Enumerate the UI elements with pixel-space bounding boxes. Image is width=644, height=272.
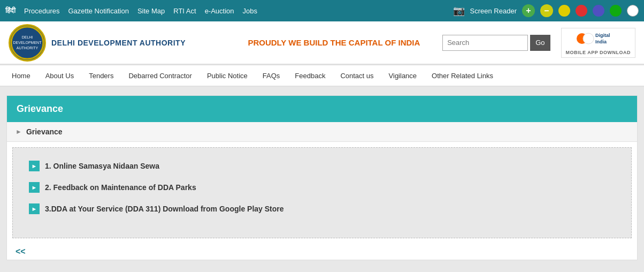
grievance-subheader: ► Grievance xyxy=(7,122,637,142)
digital-india-widget[interactable]: Digital India MOBILE APP DOWNLOAD xyxy=(561,28,636,58)
search-area: Go xyxy=(442,35,550,51)
nav-tenders[interactable]: Tenders xyxy=(82,64,120,87)
digital-india-logo: Digital India xyxy=(566,31,631,50)
nav-contact-us[interactable]: Contact us xyxy=(334,64,380,87)
svg-text:DEVELOPMENT: DEVELOPMENT xyxy=(13,41,42,44)
back-button[interactable]: << xyxy=(16,247,26,256)
rti-link[interactable]: RTI Act xyxy=(173,7,196,15)
nav-public-notice[interactable]: Public Notice xyxy=(201,64,254,87)
contrast-red-button[interactable] xyxy=(576,5,587,17)
contrast-green-button[interactable] xyxy=(610,5,622,17)
svg-point-5 xyxy=(583,33,594,44)
list-item: ► 1. Online Samasya Nidaan Sewa xyxy=(29,161,615,171)
contrast-yellow-button[interactable] xyxy=(558,5,570,17)
hindi-link[interactable]: हिंदी xyxy=(5,6,16,15)
page-wrapper: हिंदी Procedures Gazette Notification Si… xyxy=(0,0,644,272)
nav-debarred-contractor[interactable]: Debarred Contractor xyxy=(122,64,198,87)
jobs-link[interactable]: Jobs xyxy=(243,7,257,15)
contrast-white-button[interactable] xyxy=(627,5,639,17)
screen-reader-label: Screen Reader xyxy=(470,7,517,15)
org-name: DELHI DEVELOPMENT AUTHORITY xyxy=(51,39,186,47)
header: DELHI DEVELOPMENT AUTHORITY DELHI DEVELO… xyxy=(0,21,644,64)
contrast-blue-button[interactable] xyxy=(593,5,604,17)
nav-other-related-links[interactable]: Other Related Links xyxy=(425,64,500,87)
arrow-icon-1: ► xyxy=(29,161,40,171)
chevron-right-icon: ► xyxy=(16,128,22,135)
nav-vigilance[interactable]: Vigilance xyxy=(382,64,424,87)
grievance-header: Grievance xyxy=(7,96,637,122)
grievance-link-3[interactable]: 3.DDA at Your Service (DDA 311) Download… xyxy=(45,205,284,213)
dda-logo: DELHI DEVELOPMENT AUTHORITY xyxy=(9,24,46,62)
top-bar-right: 📷 Screen Reader + – xyxy=(453,4,639,17)
gazette-link[interactable]: Gazette Notification xyxy=(68,7,128,15)
arrow-icon-3: ► xyxy=(29,203,40,214)
nav-faqs[interactable]: FAQs xyxy=(256,64,287,87)
svg-text:Digital: Digital xyxy=(595,33,610,38)
grievance-link-2[interactable]: 2. Feedback on Maintenance of DDA Parks xyxy=(45,183,196,192)
logo-area: DELHI DEVELOPMENT AUTHORITY DELHI DEVELO… xyxy=(9,24,226,62)
search-button[interactable]: Go xyxy=(530,35,550,51)
video-icon: 📷 xyxy=(453,5,465,17)
grievance-link-1[interactable]: 1. Online Samasya Nidaan Sewa xyxy=(45,162,159,170)
mobile-app-text: MOBILE APP DOWNLOAD xyxy=(566,50,631,55)
procedures-link[interactable]: Procedures xyxy=(24,7,59,15)
back-link: << xyxy=(7,244,637,260)
svg-text:DELHI: DELHI xyxy=(22,35,33,39)
top-bar: हिंदी Procedures Gazette Notification Si… xyxy=(0,0,644,21)
svg-text:India: India xyxy=(595,39,607,44)
eauction-link[interactable]: e-Auction xyxy=(205,7,234,15)
list-item: ► 2. Feedback on Maintenance of DDA Park… xyxy=(29,182,615,193)
sitemap-link[interactable]: Site Map xyxy=(137,7,165,15)
nav-feedback[interactable]: Feedback xyxy=(288,64,332,87)
main-content: Grievance ► Grievance ► 1. Online Samasy… xyxy=(6,95,638,260)
search-input[interactable] xyxy=(442,35,528,51)
svg-text:AUTHORITY: AUTHORITY xyxy=(17,46,39,50)
grievance-subheader-text: Grievance xyxy=(26,127,63,136)
nav-home[interactable]: Home xyxy=(5,64,37,87)
top-bar-left: हिंदी Procedures Gazette Notification Si… xyxy=(5,6,257,15)
zoom-in-button[interactable]: + xyxy=(522,4,535,17)
zoom-out-button[interactable]: – xyxy=(540,4,553,17)
tagline: PROUDLY WE BUILD THE CAPITAL OF INDIA xyxy=(226,38,443,47)
list-item: ► 3.DDA at Your Service (DDA 311) Downlo… xyxy=(29,203,615,214)
arrow-icon-2: ► xyxy=(29,182,40,193)
nav-about-us[interactable]: About Us xyxy=(39,64,80,87)
nav: Home About Us Tenders Debarred Contracto… xyxy=(0,64,644,87)
grievance-list: ► 1. Online Samasya Nidaan Sewa ► 2. Fee… xyxy=(12,147,632,238)
